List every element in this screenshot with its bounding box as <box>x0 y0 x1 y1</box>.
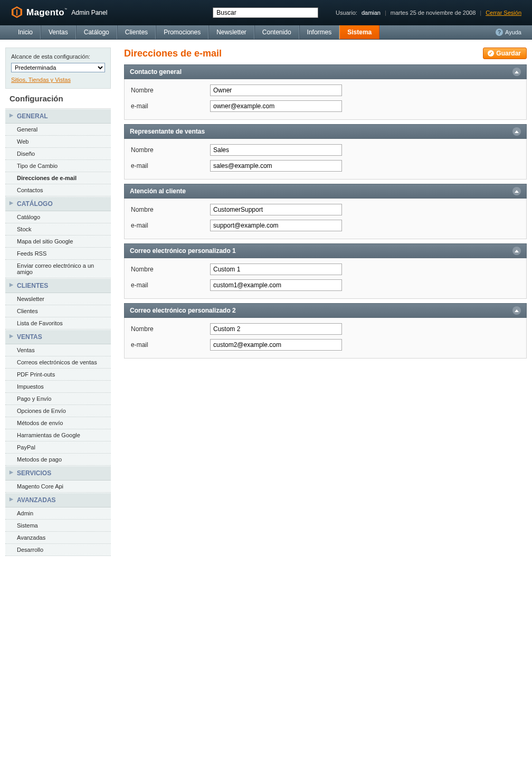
sidebar-group-ventas[interactable]: VENTAS <box>5 330 111 344</box>
sidebar-item[interactable]: Mapa del sitio Google <box>5 236 111 248</box>
fieldset-head[interactable]: Atención al cliente <box>124 184 527 199</box>
main-content: Direcciones de e-mail ✓ Guardar Contacto… <box>111 48 527 363</box>
page-title: Direcciones de e-mail <box>124 48 222 59</box>
scope-label: Alcance de esta configuración: <box>11 53 105 60</box>
nav-item-contenido[interactable]: Contenido <box>254 25 299 39</box>
sidebar-item[interactable]: Contactos <box>5 184 111 196</box>
fieldset-head[interactable]: Correo electrónico personalizado 2 <box>124 303 527 318</box>
fieldset-head[interactable]: Representante de ventas <box>124 124 527 139</box>
fieldset-head[interactable]: Contacto general <box>124 64 527 79</box>
sidebar-group-clientes[interactable]: CLIENTES <box>5 278 111 293</box>
sidebar-item[interactable]: Catálogo <box>5 211 111 223</box>
fieldset-title: Correo electrónico personalizado 1 <box>130 247 236 255</box>
fieldset-body: Nombree-mail <box>124 318 527 359</box>
sidebar-item[interactable]: Sistema <box>5 520 111 532</box>
sidebar-item[interactable]: Feeds RSS <box>5 248 111 260</box>
email-input[interactable] <box>210 220 342 231</box>
email-input[interactable] <box>210 160 342 172</box>
scope-select[interactable]: Predeterminada <box>11 63 105 72</box>
global-search <box>213 7 318 18</box>
scope-link[interactable]: Sitios, Tiendas y Vistas <box>11 77 105 83</box>
logo-subtitle: Admin Panel <box>71 9 107 16</box>
sidebar-item[interactable]: General <box>5 124 111 136</box>
name-input[interactable] <box>210 144 342 156</box>
sidebar-item[interactable]: PDF Print-outs <box>5 369 111 381</box>
sidebar-item[interactable]: Diseño <box>5 148 111 160</box>
email-label: e-mail <box>131 162 210 170</box>
nav-item-informes[interactable]: Informes <box>299 25 340 39</box>
collapse-icon[interactable] <box>512 127 521 136</box>
nav-item-catálogo[interactable]: Catálogo <box>76 25 117 39</box>
fieldset: Contacto generalNombree-mail <box>124 64 527 120</box>
name-input[interactable] <box>210 264 342 275</box>
sidebar-group-servicios[interactable]: SERVICIOS <box>5 466 111 481</box>
search-input[interactable] <box>213 7 318 18</box>
sidebar-item[interactable]: Desarrollo <box>5 544 111 556</box>
collapse-icon[interactable] <box>512 306 521 315</box>
fieldset-title: Correo electrónico personalizado 2 <box>130 307 236 314</box>
name-label: Nombre <box>131 206 210 213</box>
help-link[interactable]: ?Ayuda <box>485 25 532 39</box>
name-label: Nombre <box>131 266 210 273</box>
sidebar-group-catálogo[interactable]: CATÁLOGO <box>5 196 111 211</box>
sidebar-item[interactable]: Metodos de pago <box>5 454 111 466</box>
sidebar-item[interactable]: PayPal <box>5 441 111 454</box>
header-bar: Magento™ Admin Panel Usuario: damian | m… <box>0 0 532 25</box>
save-button[interactable]: ✓ Guardar <box>483 48 527 59</box>
sidebar-item[interactable]: Enviar correo electrónico a un amigo <box>5 260 111 278</box>
fieldset-head[interactable]: Correo electrónico personalizado 1 <box>124 243 527 258</box>
fieldset-body: Nombree-mail <box>124 139 527 180</box>
sidebar-item[interactable]: Tipo de Cambio <box>5 160 111 172</box>
name-label: Nombre <box>131 87 210 94</box>
sidebar-group-avanzadas[interactable]: AVANZADAS <box>5 493 111 507</box>
sidebar-item[interactable]: Web <box>5 136 111 148</box>
sidebar-item[interactable]: Lista de Favoritos <box>5 317 111 330</box>
sidebar-item[interactable]: Newsletter <box>5 293 111 305</box>
fieldset-body: Nombree-mail <box>124 79 527 120</box>
sidebar-item[interactable]: Harramientas de Google <box>5 429 111 441</box>
nav-item-sistema[interactable]: Sistema <box>339 25 379 39</box>
name-input[interactable] <box>210 323 342 335</box>
user-label: Usuario: <box>336 10 357 16</box>
sidebar-item[interactable]: Stock <box>5 223 111 236</box>
sidebar-item[interactable]: Métodos de envío <box>5 417 111 429</box>
sidebar-item[interactable]: Impuestos <box>5 381 111 393</box>
header-meta: Usuario: damian | martes 25 de noviembre… <box>336 10 521 16</box>
nav-item-promociones[interactable]: Promociones <box>156 25 208 39</box>
sidebar-group-general[interactable]: GENERAL <box>5 109 111 124</box>
sidebar-item[interactable]: Avanzadas <box>5 532 111 544</box>
nav-item-newsletter[interactable]: Newsletter <box>208 25 254 39</box>
email-input[interactable] <box>210 100 342 112</box>
sidebar-item[interactable]: Clientes <box>5 305 111 317</box>
sidebar-item[interactable]: Ventas <box>5 344 111 356</box>
fieldset-title: Contacto general <box>130 68 182 76</box>
collapse-icon[interactable] <box>512 187 521 195</box>
name-input[interactable] <box>210 84 342 96</box>
sidebar-item[interactable]: Admin <box>5 507 111 520</box>
main-nav: InicioVentasCatálogoClientesPromocionesN… <box>0 25 532 40</box>
nav-item-inicio[interactable]: Inicio <box>11 25 41 39</box>
nav-item-clientes[interactable]: Clientes <box>117 25 156 39</box>
fieldset-body: Nombree-mail <box>124 199 527 239</box>
email-input[interactable] <box>210 339 342 351</box>
fieldset: Correo electrónico personalizado 2Nombre… <box>124 303 527 359</box>
name-label: Nombre <box>131 146 210 154</box>
email-label: e-mail <box>131 102 210 110</box>
email-input[interactable] <box>210 279 342 291</box>
collapse-icon[interactable] <box>512 68 521 76</box>
header-date: martes 25 de noviembre de 2008 <box>391 10 476 16</box>
collapse-icon[interactable] <box>512 247 521 255</box>
email-label: e-mail <box>131 341 210 349</box>
sidebar-item[interactable]: Direcciones de e-mail <box>5 172 111 184</box>
sidebar-item[interactable]: Correos electrónicos de ventas <box>5 356 111 369</box>
logo: Magento™ Admin Panel <box>11 6 107 20</box>
sidebar-item[interactable]: Opciones de Envío <box>5 405 111 417</box>
logout-link[interactable]: Cerrar Sesión <box>486 10 521 16</box>
sidebar-item[interactable]: Pago y Envío <box>5 393 111 405</box>
fieldset-title: Representante de ventas <box>130 128 205 135</box>
sidebar-item[interactable]: Magento Core Api <box>5 481 111 493</box>
nav-item-ventas[interactable]: Ventas <box>41 25 76 39</box>
email-label: e-mail <box>131 222 210 229</box>
fieldset: Atención al clienteNombree-mail <box>124 184 527 239</box>
name-input[interactable] <box>210 204 342 215</box>
